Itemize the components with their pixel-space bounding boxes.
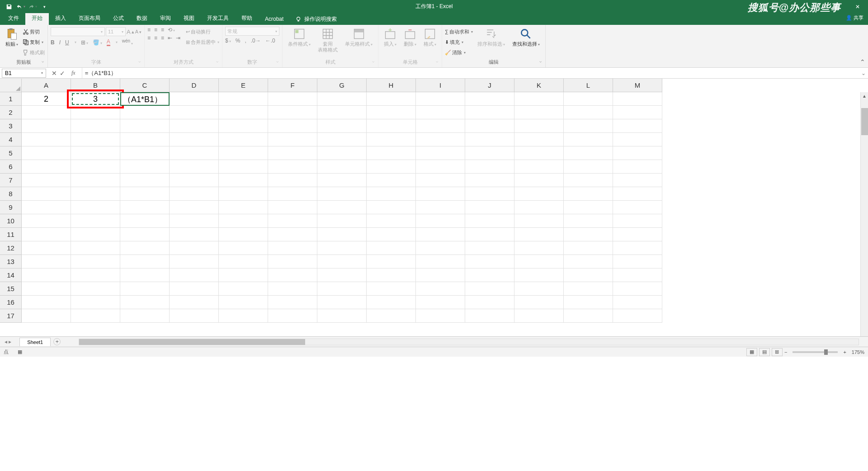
cell-A1[interactable]: 2 [22, 92, 71, 106]
cell[interactable] [170, 106, 219, 119]
cell[interactable] [317, 133, 367, 146]
cells-area[interactable]: 2 3 （A [22, 92, 868, 323]
cell[interactable] [416, 146, 465, 160]
cell[interactable] [22, 119, 71, 133]
align-middle-button[interactable]: ≡ [154, 27, 157, 33]
cell[interactable] [465, 255, 514, 268]
fx-icon[interactable]: fx [71, 70, 75, 76]
cell[interactable] [219, 268, 268, 282]
cell[interactable] [416, 187, 465, 201]
redo-button[interactable]: ▾ [27, 1, 38, 12]
zoom-level[interactable]: 175% [852, 349, 864, 355]
cell[interactable] [514, 296, 564, 309]
tab-layout[interactable]: 页面布局 [72, 12, 107, 25]
zoom-slider[interactable] [793, 351, 838, 353]
cell[interactable] [71, 146, 120, 160]
cell[interactable] [465, 92, 514, 106]
cell[interactable] [416, 92, 465, 106]
page-break-view-button[interactable]: ⊞ [772, 348, 783, 356]
cell[interactable] [367, 201, 416, 214]
cell[interactable] [416, 268, 465, 282]
cell[interactable] [564, 106, 613, 119]
cell[interactable] [71, 282, 120, 296]
tab-acrobat[interactable]: Acrobat [259, 14, 290, 25]
share-button[interactable]: 👤 共享 [846, 14, 863, 21]
cell[interactable] [564, 160, 613, 174]
cell[interactable] [564, 282, 613, 296]
cell[interactable] [268, 201, 317, 214]
cell[interactable] [465, 296, 514, 309]
col-header[interactable]: K [514, 79, 564, 92]
formula-input[interactable]: =（A1*B1） [82, 69, 859, 77]
cell[interactable] [465, 187, 514, 201]
cell[interactable] [514, 255, 564, 268]
cell[interactable] [564, 228, 613, 241]
expand-formula-bar-button[interactable]: ⌄ [859, 70, 868, 76]
delete-cells-button[interactable]: 删除▾ [401, 27, 419, 48]
cell[interactable] [465, 119, 514, 133]
cell[interactable] [367, 282, 416, 296]
cell[interactable] [219, 133, 268, 146]
cell[interactable] [219, 214, 268, 228]
active-edit-cell[interactable]: （A1*B1） [120, 92, 170, 106]
col-header[interactable]: B [71, 79, 120, 92]
cell[interactable] [170, 228, 219, 241]
row-header[interactable]: 4 [0, 133, 22, 146]
col-header[interactable]: J [465, 79, 514, 92]
cell[interactable] [564, 174, 613, 187]
cell[interactable] [120, 133, 170, 146]
scroll-up-button[interactable]: ▲ [861, 92, 868, 100]
row-header[interactable]: 9 [0, 201, 22, 214]
cell[interactable] [367, 268, 416, 282]
tab-developer[interactable]: 开发工具 [201, 12, 235, 25]
cell[interactable] [564, 241, 613, 255]
cell[interactable] [613, 187, 662, 201]
cell[interactable] [120, 214, 170, 228]
format-painter-button[interactable]: 格式刷 [23, 47, 45, 57]
row-header[interactable]: 10 [0, 214, 22, 228]
cell[interactable] [120, 146, 170, 160]
cell[interactable] [416, 160, 465, 174]
cell[interactable] [465, 133, 514, 146]
cell[interactable] [317, 174, 367, 187]
cell[interactable] [564, 214, 613, 228]
vertical-scrollbar[interactable]: ▲ [860, 92, 868, 336]
cell[interactable] [268, 214, 317, 228]
cell[interactable] [514, 146, 564, 160]
cell[interactable] [416, 214, 465, 228]
cell[interactable] [613, 92, 662, 106]
clear-button[interactable]: 🧹 清除▾ [445, 47, 473, 57]
cell[interactable] [367, 174, 416, 187]
cell[interactable] [317, 119, 367, 133]
sheet-nav[interactable]: ◂ ▸ [0, 339, 16, 345]
cell[interactable] [317, 282, 367, 296]
cell[interactable] [170, 241, 219, 255]
cell[interactable] [219, 119, 268, 133]
enter-formula-button[interactable]: ✓ [60, 70, 65, 77]
cell[interactable] [613, 214, 662, 228]
cell[interactable] [268, 282, 317, 296]
cell[interactable] [317, 228, 367, 241]
cell[interactable] [219, 296, 268, 309]
cell[interactable] [71, 255, 120, 268]
cell[interactable] [219, 187, 268, 201]
cell[interactable] [416, 201, 465, 214]
cell[interactable] [120, 201, 170, 214]
cell[interactable] [22, 282, 71, 296]
zoom-in-button[interactable]: + [843, 349, 846, 355]
paste-button[interactable]: 粘贴▾ [3, 27, 21, 48]
cell[interactable] [465, 201, 514, 214]
cell[interactable] [465, 146, 514, 160]
cell-B1[interactable]: 3 [71, 92, 120, 106]
cell[interactable] [71, 119, 120, 133]
col-header[interactable]: C [120, 79, 170, 92]
cell[interactable] [120, 174, 170, 187]
tab-home[interactable]: 开始 [25, 12, 49, 25]
cell[interactable] [317, 106, 367, 119]
row-header[interactable]: 11 [0, 228, 22, 241]
cell[interactable] [170, 119, 219, 133]
align-left-button[interactable]: ≡ [147, 35, 151, 41]
cancel-formula-button[interactable]: ✕ [52, 70, 57, 77]
cell[interactable] [514, 160, 564, 174]
cell[interactable] [613, 268, 662, 282]
